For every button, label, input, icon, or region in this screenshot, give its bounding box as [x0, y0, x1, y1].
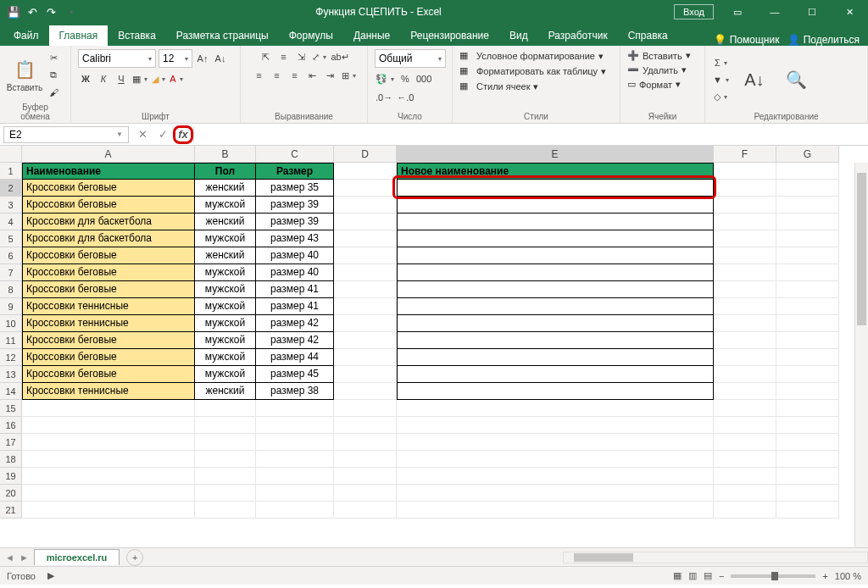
cell-C12[interactable]: размер 44: [256, 349, 334, 366]
row-header-16[interactable]: 16: [0, 417, 22, 434]
cell-G7[interactable]: [776, 264, 839, 281]
cell-E1[interactable]: Новое наименование: [397, 163, 714, 180]
spreadsheet-grid[interactable]: ABCDEFG 12345678910111213141516171819202…: [0, 146, 868, 547]
view-page-break-icon[interactable]: ▤: [704, 570, 712, 581]
sheet-nav-prev-icon[interactable]: ◄: [5, 552, 14, 563]
cell-B2[interactable]: женский: [195, 180, 256, 197]
maximize-button[interactable]: ☐: [793, 0, 831, 24]
cell-A16[interactable]: [22, 417, 195, 434]
cell-E9[interactable]: [397, 298, 714, 315]
cell-E12[interactable]: [397, 349, 714, 366]
cell-C10[interactable]: размер 42: [256, 315, 334, 332]
cell-B6[interactable]: женский: [195, 247, 256, 264]
format-cells-button[interactable]: ▭ Формат ▾: [627, 78, 681, 91]
merge-icon[interactable]: ⊞: [341, 68, 357, 83]
cell-F18[interactable]: [714, 451, 776, 468]
autosum-icon[interactable]: Σ: [712, 55, 730, 70]
enter-formula-icon[interactable]: ✓: [153, 125, 173, 144]
cell-F14[interactable]: [714, 383, 776, 400]
add-sheet-button[interactable]: +: [126, 549, 143, 566]
cell-A10[interactable]: Кроссовки теннисные: [22, 315, 195, 332]
sort-filter-button[interactable]: A↓: [737, 68, 772, 92]
cell-E13[interactable]: [397, 366, 714, 383]
row-header-6[interactable]: 6: [0, 247, 22, 264]
italic-button[interactable]: К: [96, 71, 111, 86]
row-header-7[interactable]: 7: [0, 264, 22, 281]
cell-G6[interactable]: [776, 247, 839, 264]
row-header-20[interactable]: 20: [0, 485, 22, 502]
cell-E10[interactable]: [397, 315, 714, 332]
cell-G19[interactable]: [776, 468, 839, 485]
row-header-2[interactable]: 2: [0, 180, 22, 197]
row-header-4[interactable]: 4: [0, 214, 22, 230]
cell-A15[interactable]: [22, 400, 195, 417]
row-header-9[interactable]: 9: [0, 298, 22, 315]
row-headers[interactable]: 123456789101112131415161718192021: [0, 163, 22, 519]
row-header-11[interactable]: 11: [0, 332, 22, 349]
cell-C20[interactable]: [256, 485, 334, 502]
cell-F2[interactable]: [714, 180, 776, 197]
horizontal-scrollbar[interactable]: [563, 552, 868, 563]
cell-A2[interactable]: Кроссовки беговые: [22, 180, 195, 197]
col-header-G[interactable]: G: [776, 146, 839, 163]
delete-cells-button[interactable]: ➖ Удалить ▾: [627, 64, 687, 76]
row-header-1[interactable]: 1: [0, 163, 22, 180]
font-name-combo[interactable]: Calibri: [78, 49, 156, 68]
cell-D2[interactable]: [334, 180, 397, 197]
tell-me[interactable]: 💡 Помощник: [714, 34, 779, 46]
cell-C18[interactable]: [256, 451, 334, 468]
tab-data[interactable]: Данные: [343, 25, 400, 46]
row-header-5[interactable]: 5: [0, 230, 22, 247]
cell-C21[interactable]: [256, 502, 334, 519]
cell-B12[interactable]: мужской: [195, 349, 256, 366]
cell-D1[interactable]: [334, 163, 397, 180]
paste-button[interactable]: 📋 Вставить: [7, 58, 42, 92]
cell-D15[interactable]: [334, 400, 397, 417]
cell-B4[interactable]: женский: [195, 214, 256, 230]
cell-C3[interactable]: размер 39: [256, 197, 334, 214]
cell-B16[interactable]: [195, 417, 256, 434]
cell-A19[interactable]: [22, 468, 195, 485]
cell-A1[interactable]: Наименование: [22, 163, 195, 180]
cell-G3[interactable]: [776, 197, 839, 214]
wrap-text-icon[interactable]: ab↵: [330, 49, 349, 64]
view-normal-icon[interactable]: ▦: [673, 570, 682, 581]
cell-F10[interactable]: [714, 315, 776, 332]
zoom-level[interactable]: 100 %: [835, 571, 861, 581]
cell-E16[interactable]: [397, 417, 714, 434]
cell-F12[interactable]: [714, 349, 776, 366]
increase-font-icon[interactable]: A↑: [195, 51, 210, 66]
cell-G11[interactable]: [776, 332, 839, 349]
cell-F4[interactable]: [714, 214, 776, 230]
cell-D21[interactable]: [334, 502, 397, 519]
cell-F1[interactable]: [714, 163, 776, 180]
cell-E18[interactable]: [397, 451, 714, 468]
cell-C1[interactable]: Размер: [256, 163, 334, 180]
cell-D18[interactable]: [334, 451, 397, 468]
cell-E8[interactable]: [397, 281, 714, 298]
cell-E2[interactable]: [397, 180, 714, 197]
cell-B18[interactable]: [195, 451, 256, 468]
fill-color-icon[interactable]: ◢: [151, 71, 166, 86]
vertical-scrollbar[interactable]: [854, 163, 868, 547]
qat-customize-icon[interactable]: [63, 5, 76, 19]
cell-D20[interactable]: [334, 485, 397, 502]
cell-G18[interactable]: [776, 451, 839, 468]
cell-G20[interactable]: [776, 485, 839, 502]
insert-cells-button[interactable]: ➕ Вставить ▾: [627, 49, 691, 62]
cell-F20[interactable]: [714, 485, 776, 502]
name-box[interactable]: E2▼: [3, 126, 129, 143]
cell-C5[interactable]: размер 43: [256, 230, 334, 247]
tab-view[interactable]: Вид: [499, 25, 538, 46]
font-size-combo[interactable]: 12: [159, 49, 192, 68]
cell-B17[interactable]: [195, 434, 256, 451]
copy-icon[interactable]: ⧉: [46, 68, 61, 83]
cell-G4[interactable]: [776, 214, 839, 230]
cell-D13[interactable]: [334, 366, 397, 383]
cell-B8[interactable]: мужской: [195, 281, 256, 298]
row-header-8[interactable]: 8: [0, 281, 22, 298]
cell-G21[interactable]: [776, 502, 839, 519]
cell-E14[interactable]: [397, 383, 714, 400]
number-format-combo[interactable]: Общий: [375, 49, 446, 68]
border-icon[interactable]: ▦: [131, 71, 148, 86]
